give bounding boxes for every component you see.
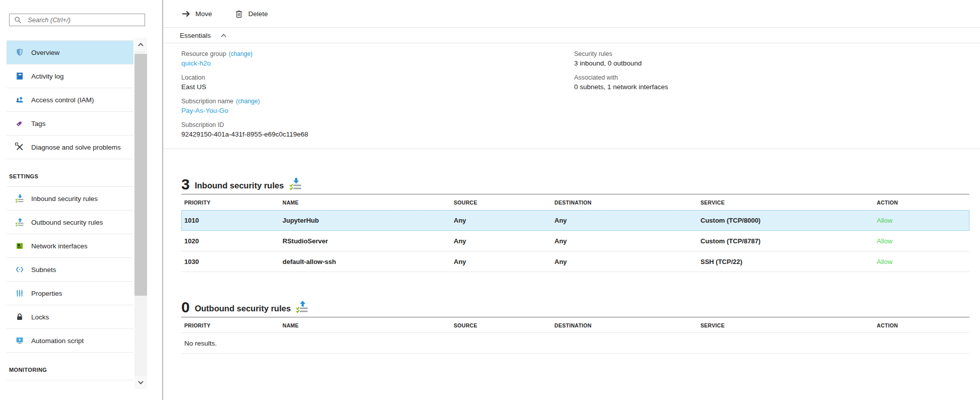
table-row-rstudioserver[interactable]: 1020 RStudioServer Any Any Custom (TCP/8… [181,231,969,251]
outbound-table-header: PRIORITY NAME SOURCE DESTINATION SERVICE… [181,317,969,333]
sidebar-item-overview[interactable]: Overview [7,41,133,64]
sidebar-item-label: Diagnose and solve problems [31,144,121,151]
rule-source: Any [451,258,551,265]
essentials-toggle[interactable]: Essentials [163,28,980,43]
sidebar-item-label: Overview [31,49,59,56]
sidebar-item-subnets[interactable]: Subnets [7,258,133,282]
sidebar-item-properties[interactable]: Properties [7,282,133,305]
inbound-section-heading: 3 Inbound security rules [181,177,969,194]
outbound-rules-icon [15,218,24,227]
sidebar-item-label: Subnets [31,266,56,274]
sidebar-scrollbar[interactable] [134,38,147,389]
sidebar-item-automation-script[interactable]: Automation script [7,329,133,353]
inbound-rules-icon [15,194,24,203]
essentials-field-subscription-id: Subscription ID 92429150-401a-431f-8955-… [181,120,980,140]
rule-destination: Any [551,217,697,224]
associated-with-value: 0 subnets, 1 network interfaces [574,82,668,92]
inbound-count: 3 [181,178,190,191]
sidebar-item-label: Properties [31,290,62,297]
essentials-panel: Resource group (change) quick-h2o Locati… [163,43,980,149]
sidebar-item-diagnose[interactable]: Diagnose and solve problems [7,136,133,159]
rule-action: Allow [874,217,969,224]
sidebar-item-label: Activity log [31,73,64,80]
column-header: SOURCE [451,322,551,328]
network-interface-icon [15,241,24,250]
activity-log-icon [15,72,24,81]
rule-name: JupyterHub [279,217,451,224]
essentials-label: Essentials [180,32,211,39]
field-label: Security rules [574,49,612,58]
essentials-field-security-rules: Security rules 3 inbound, 0 outbound [574,49,668,69]
table-row-jupyterhub[interactable]: 1010 JupyterHub Any Any Custom (TCP/8000… [181,210,969,231]
column-header: NAME [279,322,451,328]
column-header: PRIORITY [181,322,279,328]
field-label: Subscription name [181,97,234,106]
sidebar-item-label: Access control (IAM) [31,96,94,104]
security-rules-value: 3 inbound, 0 outbound [574,58,668,69]
field-label: Subscription ID [181,120,224,129]
sidebar-section-monitoring: MONITORING [7,353,133,380]
inbound-rules-section: 3 Inbound security rules PRIORITY NAME S… [181,177,969,272]
outbound-section-heading: 0 Outbound security rules [181,300,969,317]
sidebar-search-box[interactable] [9,14,145,26]
sidebar-item-access-control[interactable]: Access control (IAM) [7,88,133,112]
rule-source: Any [451,237,551,245]
sidebar-item-network-interfaces[interactable]: Network interfaces [7,234,133,258]
change-link[interactable]: (change) [236,97,260,106]
field-label: Associated with [574,73,618,82]
scrollbar-up-icon[interactable] [134,38,147,51]
shield-icon [15,48,24,57]
tools-icon [15,143,24,152]
search-input[interactable] [27,16,141,24]
rule-name: default-allow-ssh [279,258,451,265]
sidebar-item-label: Network interfaces [31,242,88,250]
tag-icon [15,119,24,128]
sidebar-item-activity-log[interactable]: Activity log [7,64,133,88]
outbound-title: Outbound security rules [195,304,291,314]
outbound-rules-icon [296,300,309,313]
subscription-link[interactable]: Pay-As-You-Go [181,106,980,116]
table-row-default-allow-ssh[interactable]: 1030 default-allow-ssh Any Any SSH (TCP/… [181,251,969,272]
lock-icon [15,312,24,321]
trash-icon [234,9,244,19]
sidebar-nav: Overview Activity log Access control (IA… [7,40,133,380]
move-arrow-icon [181,9,191,19]
delete-button[interactable]: Delete [234,9,268,19]
essentials-field-associated-with: Associated with 0 subnets, 1 network int… [574,73,668,92]
column-header: PRIORITY [181,199,279,206]
chevron-up-icon [220,32,227,39]
move-button[interactable]: Move [181,9,212,19]
essentials-field-subscription-name: Subscription name (change) Pay-As-You-Go [181,97,980,116]
rule-service: Custom (TCP/8787) [697,237,874,245]
sidebar-item-outbound-rules[interactable]: Outbound security rules [7,211,133,234]
rule-destination: Any [551,258,697,265]
sidebar-item-label: Tags [31,120,46,127]
column-header: SOURCE [451,199,551,206]
change-link[interactable]: (change) [229,49,252,58]
subnets-icon [15,265,24,274]
rule-source: Any [451,217,551,224]
essentials-right-column: Security rules 3 inbound, 0 outbound Ass… [574,49,668,97]
sidebar-item-inbound-rules[interactable]: Inbound security rules [7,187,133,211]
delete-button-label: Delete [248,10,268,18]
rule-destination: Any [551,237,697,245]
subscription-id-value: 92429150-401a-431f-8955-e69c0c119e68 [181,129,980,140]
sidebar-item-locks[interactable]: Locks [7,305,133,329]
move-button-label: Move [195,10,212,18]
main-content: Move Delete Essentials Resource group (c… [163,0,980,400]
inbound-title: Inbound security rules [195,181,284,191]
field-label: Resource group [181,49,226,58]
people-icon [15,95,24,104]
outbound-rules-section: 0 Outbound security rules PRIORITY NAME … [181,300,969,354]
scrollbar-thumb[interactable] [134,54,147,296]
column-header: DESTINATION [551,199,697,206]
sidebar-item-label: Locks [31,313,49,321]
scrollbar-down-icon[interactable] [134,376,147,389]
rule-action: Allow [874,237,969,245]
sidebar-item-label: Outbound security rules [31,219,103,226]
command-bar: Move Delete [163,0,980,28]
rule-service: SSH (TCP/22) [697,258,874,265]
outbound-count: 0 [181,301,190,314]
sidebar-item-tags[interactable]: Tags [7,112,133,136]
search-icon [14,16,23,25]
